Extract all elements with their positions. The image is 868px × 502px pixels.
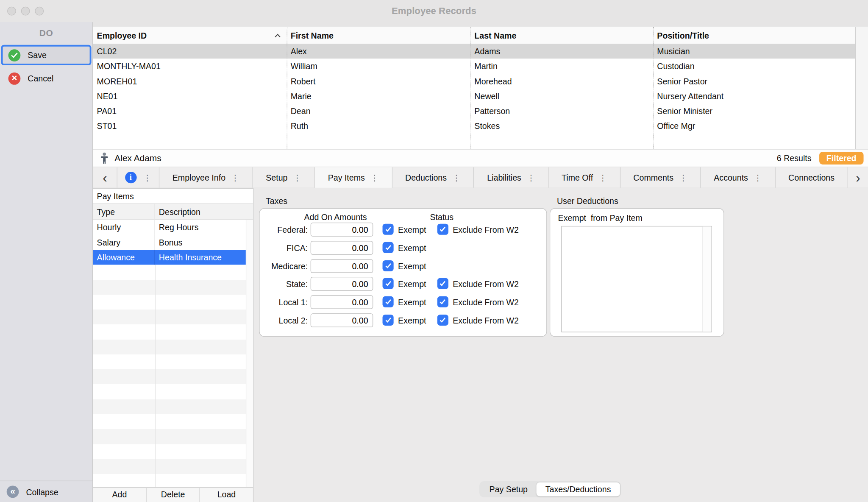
pay-item-row[interactable]: Hourly Reg Hours [93, 220, 245, 235]
cell-last-name: Adams [470, 47, 653, 56]
tax-label: State: [263, 279, 310, 288]
table-row[interactable]: CL02 Alex Adams Musician [93, 44, 855, 59]
menu-dots-icon[interactable]: ⋮ [370, 173, 379, 183]
tax-label: Medicare: [263, 261, 310, 271]
local1-exempt-checkbox[interactable]: Exempt [383, 296, 426, 307]
delete-button[interactable]: Delete [147, 488, 200, 502]
state-exclude-w2-checkbox[interactable]: Exclude From W2 [437, 278, 519, 289]
user-deductions-group: Exempt from Pay Item [550, 208, 724, 337]
cell-position: Senior Minister [653, 106, 855, 116]
fica-exempt-checkbox[interactable]: Exempt [383, 242, 426, 253]
tab-accounts[interactable]: Accounts ⋮ [701, 167, 776, 187]
collapse-label: Collapse [26, 487, 58, 496]
medicare-exempt-checkbox[interactable]: Exempt [383, 260, 426, 271]
cell-employee-id: NE01 [93, 92, 287, 101]
cancel-label: Cancel [28, 74, 53, 83]
cell-employee-id: ST01 [93, 121, 287, 131]
checkbox-checked-icon[interactable] [383, 224, 394, 235]
column-header-first-name[interactable]: First Name [287, 31, 471, 40]
pay-items-scrollbar[interactable] [246, 220, 253, 487]
pay-setup-segment[interactable]: Pay Setup [481, 482, 537, 496]
federal-exclude-w2-checkbox[interactable]: Exclude From W2 [437, 224, 519, 235]
menu-dots-icon[interactable]: ⋮ [527, 173, 535, 183]
pay-view-segmented-control: Pay Setup Taxes/Deductions [479, 481, 621, 497]
menu-dots-icon[interactable]: ⋮ [452, 173, 461, 183]
cancel-button[interactable]: × Cancel [1, 68, 92, 89]
column-header-employee-id[interactable]: Employee ID [93, 31, 287, 40]
checkbox-checked-icon[interactable] [383, 260, 394, 271]
collapse-button[interactable]: « Collapse [0, 481, 92, 502]
menu-dots-icon[interactable]: ⋮ [231, 173, 239, 183]
table-row[interactable]: NE01 Marie Newell Nursery Attendant [93, 89, 855, 103]
checkbox-checked-icon[interactable] [383, 315, 394, 326]
main-area: Employee ID First Name Last Name Positio… [93, 22, 868, 502]
tab-connections[interactable]: Connections [775, 167, 848, 187]
pay-item-row[interactable]: Salary Bonus [93, 235, 245, 250]
filtered-badge[interactable]: Filtered [819, 152, 864, 165]
medicare-amount-input[interactable] [311, 259, 373, 273]
menu-dots-icon[interactable]: ⋮ [293, 173, 302, 183]
tab-label: Time Off [562, 173, 593, 182]
taxes-deductions-segment[interactable]: Taxes/Deductions [537, 482, 620, 496]
cell-type: Salary [93, 235, 155, 250]
exempt-pay-item-list[interactable] [561, 226, 712, 332]
table-scrollbar[interactable] [855, 27, 868, 149]
menu-dots-icon[interactable]: ⋮ [598, 173, 607, 183]
local1-amount-input[interactable] [311, 295, 373, 309]
cell-employee-id: MOREH01 [93, 76, 287, 86]
table-row[interactable]: ST01 Ruth Stokes Office Mgr [93, 119, 855, 134]
checkbox-checked-icon[interactable] [437, 315, 448, 326]
tabs-scroll-left-button[interactable]: ‹ [93, 167, 117, 187]
table-row[interactable]: MONTHLY-MA01 William Martin Custodian [93, 59, 855, 73]
info-icon: i [125, 172, 136, 183]
menu-dots-icon[interactable]: ⋮ [679, 173, 687, 183]
column-header-last-name[interactable]: Last Name [470, 31, 653, 40]
menu-dots-icon[interactable]: ⋮ [143, 173, 152, 183]
checkbox-checked-icon[interactable] [383, 296, 394, 307]
tab-label: Liabilities [487, 173, 521, 182]
column-header-type[interactable]: Type [93, 204, 155, 220]
exclude-w2-label: Exclude From W2 [453, 297, 519, 307]
tab-time-off[interactable]: Time Off ⋮ [548, 167, 620, 187]
pay-item-row-selected[interactable]: Allowance Health Insurance [93, 250, 245, 265]
local2-exempt-checkbox[interactable]: Exempt [383, 315, 426, 326]
tab-label: Pay Items [328, 173, 365, 182]
save-button[interactable]: Save [1, 45, 92, 65]
tax-row-fica: FICA: Exempt [263, 240, 426, 256]
list-scrollbar[interactable] [702, 226, 711, 332]
tab-deductions[interactable]: Deductions ⋮ [392, 167, 474, 187]
add-button[interactable]: Add [93, 488, 146, 502]
tab-comments[interactable]: Comments ⋮ [620, 167, 701, 187]
state-exempt-checkbox[interactable]: Exempt [383, 278, 426, 289]
tab-employee-info[interactable]: Employee Info ⋮ [159, 167, 253, 187]
menu-dots-icon[interactable]: ⋮ [754, 173, 762, 183]
local2-exclude-w2-checkbox[interactable]: Exclude From W2 [437, 315, 519, 326]
exempt-label: Exempt [398, 279, 426, 288]
checkbox-checked-icon[interactable] [383, 278, 394, 289]
tab-setup[interactable]: Setup ⋮ [253, 167, 315, 187]
add-on-amounts-header: Add On Amounts [291, 212, 380, 221]
tax-row-medicare: Medicare: Exempt [263, 258, 426, 274]
local1-exclude-w2-checkbox[interactable]: Exclude From W2 [437, 296, 519, 307]
tabs-scroll-right-button[interactable]: › [848, 167, 868, 187]
checkbox-checked-icon[interactable] [437, 296, 448, 307]
federal-amount-input[interactable] [311, 222, 373, 236]
column-header-description[interactable]: Description [155, 204, 253, 220]
table-row[interactable]: MOREH01 Robert Morehead Senior Pastor [93, 74, 855, 89]
save-label: Save [28, 50, 47, 60]
federal-exempt-checkbox[interactable]: Exempt [383, 224, 426, 235]
column-header-position[interactable]: Position/Title [653, 31, 855, 40]
checkbox-checked-icon[interactable] [437, 224, 448, 235]
load-button[interactable]: Load [200, 488, 253, 502]
cell-first-name: Alex [287, 47, 471, 56]
fica-amount-input[interactable] [311, 241, 373, 255]
local2-amount-input[interactable] [311, 313, 373, 327]
sort-ascending-icon[interactable] [274, 33, 281, 38]
tab-pay-items[interactable]: Pay Items ⋮ [315, 167, 392, 187]
checkbox-checked-icon[interactable] [437, 278, 448, 289]
tab-record-info[interactable]: i ⋮ [117, 167, 159, 187]
table-row[interactable]: PA01 Dean Patterson Senior Minister [93, 103, 855, 118]
tab-liabilities[interactable]: Liabilities ⋮ [474, 167, 549, 187]
checkbox-checked-icon[interactable] [383, 242, 394, 253]
state-amount-input[interactable] [311, 276, 373, 290]
